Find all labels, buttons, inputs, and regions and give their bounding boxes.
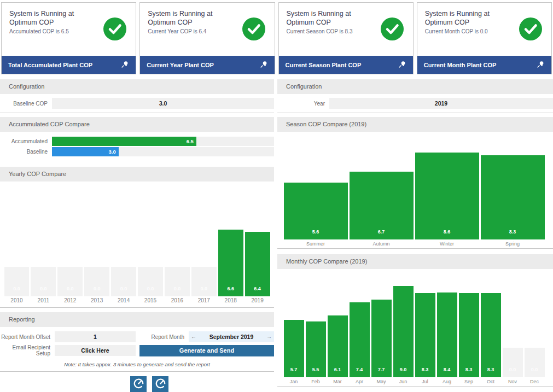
pin-icon[interactable] [259,60,268,69]
card-current-year: System is Running at Optimum COP Current… [139,2,275,74]
section-header-configuration-left: Configuration [0,79,274,94]
bar-mar: 6.1Mar [328,270,348,386]
card-subtitle: Current Month COP is 0.0 [425,28,513,34]
bar-2016: 0.02016 [165,188,190,305]
email-generate-row: Email Recipient Setup Click Here Generat… [0,344,274,356]
card-footer-label: Current Season Plant COP [286,62,362,68]
card-current-season: System is Running at Optimum COP Current… [278,2,414,74]
bar-may: 7.7May [371,270,392,386]
bar-2012: 0.02012 [57,188,83,305]
report-month-label: Report Month [136,334,189,340]
bar-2010: 0.02010 [4,188,30,305]
bar-summer: 5.6Summer [284,132,348,248]
card-title: System is Running at Optimum COP [9,10,96,27]
season-cop-chart: 5.6Summer6.7Autumn8.6Winter8.3Spring [277,132,553,248]
bar-apr: 7.4Apr [350,270,370,386]
bar-sep: 8.3Sep [459,270,479,386]
next-month-arrow[interactable]: → [264,331,274,342]
bar-oct: 8.3Oct [481,270,501,386]
gauge-buttons [0,372,274,392]
bar-2013: 0.02013 [84,188,109,305]
section-header-accum-compare: Accummulated COP Compare [0,117,274,132]
divider [0,113,274,113]
check-circle-icon [242,17,266,41]
year-row: Year 2019 [277,94,553,113]
bar-2014: 0.02014 [111,188,136,305]
dashboard-columns: Configuration Baseline COP 3.0 Accummula… [0,79,553,392]
pin-icon[interactable] [397,60,406,69]
section-header-configuration-right: Configuration [277,79,553,94]
card-subtitle: Current Year COP is 6.4 [148,28,235,34]
report-month-offset-label: Report Month Offset [0,334,55,340]
email-recipient-label: Email Recipient Setup [0,344,55,356]
card-body: System is Running at Optimum COP Current… [140,3,274,56]
generate-and-send-button[interactable]: Generate and Send [139,345,274,356]
card-footer-label: Current Year Plant COP [147,62,214,68]
monthly-cop-chart: 5.7Jan5.5Feb6.1Mar7.4Apr7.7May9.0Jun8.3J… [277,270,553,386]
reporting-note: Note: It takes appox. 3 minutes to gener… [0,360,274,371]
bar-jun: 9.0Jun [393,270,414,386]
check-circle-icon [103,17,127,41]
baseline-cop-field[interactable]: 3.0 [52,98,274,109]
yearly-cop-chart: 0.020100.020110.020120.020130.020140.020… [0,188,274,305]
section-header-reporting: Reporting [0,312,274,327]
baseline-cop-label: Baseline COP [0,101,52,107]
bar-nov: 0.0Nov [503,270,523,386]
bar-aug: 8.4Aug [437,270,457,386]
report-month-row: Report Month Offset 1 Report Month ← Sep… [0,331,274,342]
bar-feb: 5.5Feb [306,270,326,386]
card-footer-label: Current Month Plant COP [424,62,497,68]
card-subtitle: Accumulated COP is 6.5 [9,28,97,34]
gauge-button-2[interactable] [152,376,168,392]
status-cards-row: System is Running at Optimum COP Accumul… [0,0,553,74]
baseline-cop-row: Baseline COP 3.0 [0,94,274,113]
bar-spring: 8.3Spring [481,132,545,248]
hbar-row-accummulated: Accummulated6.5 [0,137,274,146]
gauge-icon [133,378,144,391]
card-body: System is Running at Optimum COP Current… [417,3,551,56]
bar-jan: 5.7Jan [284,270,304,386]
bar-2019: 6.42019 [245,188,270,305]
accumulated-compare-chart: Accummulated6.5Baseline3.0 [0,132,274,162]
section-header-season-compare: Season COP Compare (2019) [277,117,553,132]
bar-2018: 6.62018 [218,188,243,305]
hbar-row-baseline: Baseline3.0 [0,147,274,156]
year-field[interactable]: 2019 [329,98,553,109]
divider [277,248,553,249]
card-footer: Current Month Plant COP [417,56,551,74]
pin-icon[interactable] [120,60,129,69]
report-month-offset-field[interactable]: 1 [55,331,136,342]
section-header-yearly-compare: Yearly COP Compare [0,167,274,182]
prev-month-arrow[interactable]: ← [189,331,199,342]
card-subtitle: Current Season COP is 8.3 [287,28,374,34]
left-column: Configuration Baseline COP 3.0 Accummula… [0,79,274,392]
check-circle-icon [519,17,543,41]
reporting-rows: Report Month Offset 1 Report Month ← Sep… [0,327,274,360]
bar-winter: 8.6Winter [415,132,479,248]
card-body: System is Running at Optimum COP Accumul… [2,3,136,56]
bar-autumn: 6.7Autumn [350,132,414,248]
year-label: Year [277,101,329,107]
bar-2011: 0.02011 [31,188,56,305]
bar-jul: 8.3Jul [415,270,435,386]
card-title: System is Running at Optimum COP [425,10,511,27]
card-body: System is Running at Optimum COP Current… [279,3,413,56]
pin-icon[interactable] [535,60,545,69]
section-header-monthly-compare: Monthly COP Compare (2019) [277,254,553,269]
bar-dec: 0.0Dec [525,270,545,386]
gauge-button-1[interactable] [130,376,147,392]
email-recipient-button[interactable]: Click Here [55,345,136,356]
report-month-picker: ← September 2019 → [189,331,274,342]
card-footer-label: Total Accumulated Plant COP [8,62,92,68]
card-footer: Current Year Plant COP [140,56,274,74]
card-total-accumulated: System is Running at Optimum COP Accumul… [1,2,136,74]
divider [277,386,553,387]
card-footer: Total Accumulated Plant COP [2,56,136,74]
card-footer: Current Season Plant COP [279,56,413,74]
report-month-value[interactable]: September 2019 [199,334,264,340]
card-title: System is Running at Optimum COP [148,10,234,27]
divider [277,113,553,113]
right-column: Configuration Year 2019 Season COP Compa… [277,79,553,392]
bar-2017: 0.02017 [191,188,217,305]
check-circle-icon [380,17,404,41]
